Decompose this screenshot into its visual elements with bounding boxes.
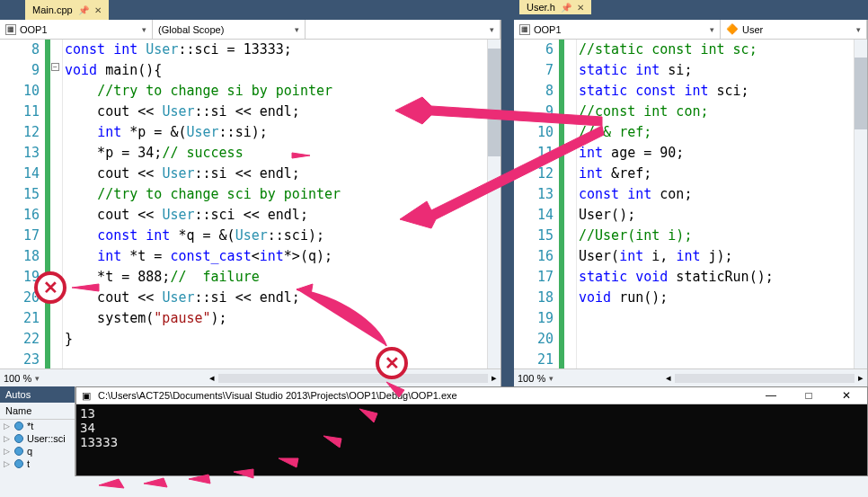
nav-right-icon[interactable]: ▸: [492, 372, 497, 384]
horizontal-scrollbar[interactable]: [675, 374, 855, 383]
line-number: 23: [0, 350, 40, 368]
line-number: 21: [0, 308, 40, 329]
chevron-down-icon: ▾: [35, 374, 40, 383]
variable-icon: [14, 459, 23, 468]
expand-icon[interactable]: ▷: [2, 422, 11, 430]
code-line[interactable]: const int *q = &(User::sci);: [65, 226, 500, 246]
code-line[interactable]: int *p = &(User::si);: [65, 122, 500, 143]
svg-marker-12: [99, 479, 124, 488]
project-dropdown-right[interactable]: ▦ OOP1 ▾: [514, 20, 721, 39]
code-line[interactable]: system("pause");: [65, 308, 500, 329]
code-line[interactable]: //try to change sci by pointer: [65, 184, 500, 205]
code-line[interactable]: static int si;: [579, 60, 867, 81]
scope-label: (Global Scope): [158, 24, 224, 35]
code-line[interactable]: void run();: [579, 288, 867, 308]
nav-left-icon[interactable]: ◂: [666, 372, 671, 384]
variable-name: t: [27, 458, 30, 469]
line-number: 7: [514, 60, 554, 81]
vertical-scrollbar[interactable]: [854, 40, 867, 368]
project-name: OOP1: [534, 24, 562, 35]
project-icon: ▦: [519, 24, 530, 35]
pin-icon[interactable]: 📌: [561, 3, 571, 13]
autos-variable-row[interactable]: ▷User::sci: [0, 432, 75, 445]
autos-variable-row[interactable]: ▷q: [0, 445, 75, 457]
line-number: 22: [0, 329, 40, 350]
code-line[interactable]: //static const int sc;: [579, 40, 867, 60]
code-line[interactable]: static void staticRun();: [579, 267, 867, 288]
code-line[interactable]: }: [65, 329, 500, 350]
code-line[interactable]: const int User::sci = 13333;: [65, 40, 500, 60]
expand-icon[interactable]: ▷: [2, 459, 11, 468]
class-dropdown-right[interactable]: 🔶 User ▾: [721, 20, 867, 39]
close-icon[interactable]: ✕: [94, 5, 102, 15]
line-number: 20: [514, 329, 554, 350]
chevron-down-icon: ▾: [710, 25, 714, 34]
line-number: 15: [514, 226, 554, 246]
pin-icon[interactable]: 📌: [78, 5, 89, 15]
tab-label: Main.cpp: [32, 4, 73, 15]
code-line[interactable]: cout << User::si << endl;: [65, 102, 500, 122]
code-line[interactable]: cout << User::si << endl;: [65, 288, 500, 308]
chevron-down-icon: ▾: [549, 374, 554, 383]
nav-right-icon[interactable]: ▸: [858, 372, 864, 384]
line-number: 17: [0, 226, 40, 246]
code-line[interactable]: static const int sci;: [579, 81, 867, 102]
maximize-button[interactable]: □: [793, 389, 824, 402]
zoom-level[interactable]: 100 %: [4, 373, 31, 384]
line-number: 12: [0, 122, 40, 143]
outline-collapse-icon[interactable]: −: [51, 63, 59, 71]
code-line[interactable]: void main(){: [65, 60, 500, 81]
line-number: 12: [514, 164, 554, 184]
project-dropdown-left[interactable]: ▦ OOP1 ▾: [0, 20, 153, 39]
vertical-scrollbar[interactable]: [487, 40, 500, 368]
autos-variable-row[interactable]: ▷t: [0, 457, 75, 470]
variable-icon: [14, 434, 23, 443]
tab-main-cpp[interactable]: Main.cpp 📌 ✕: [25, 0, 109, 20]
code-line[interactable]: const int con;: [579, 184, 867, 205]
code-line[interactable]: //try to change si by pointer: [65, 81, 500, 102]
line-number: 17: [514, 267, 554, 288]
horizontal-scrollbar[interactable]: [218, 374, 488, 383]
line-number: 11: [0, 102, 40, 122]
svg-marker-11: [144, 478, 167, 487]
scope-dropdown-left[interactable]: (Global Scope) ▾: [153, 20, 306, 39]
code-line[interactable]: cout << User::si << endl;: [65, 164, 500, 184]
autos-variable-row[interactable]: ▷*t: [0, 420, 75, 432]
variable-name: *t: [27, 421, 33, 431]
minimize-button[interactable]: —: [756, 389, 786, 402]
code-line[interactable]: cout << User::sci << endl;: [65, 205, 500, 226]
close-button[interactable]: ✕: [831, 389, 862, 402]
autos-name-header: Name: [0, 403, 75, 420]
variable-icon: [14, 447, 23, 456]
variable-icon: [14, 422, 23, 430]
code-editor-left[interactable]: 891011121314151617181920212223 − const i…: [0, 40, 500, 368]
nav-left-icon[interactable]: ◂: [209, 372, 215, 384]
line-number: 14: [514, 205, 554, 226]
zoom-level[interactable]: 100 %: [518, 373, 545, 384]
code-line[interactable]: // & ref;: [579, 122, 867, 143]
tab-user-h[interactable]: User.h 📌 ✕: [519, 0, 591, 14]
chevron-down-icon: ▾: [490, 25, 494, 34]
line-number: 6: [514, 40, 554, 60]
line-number: 18: [0, 246, 40, 267]
code-line[interactable]: int age = 90;: [579, 143, 867, 164]
code-line[interactable]: //User(int i);: [579, 226, 867, 246]
expand-icon[interactable]: ▷: [2, 434, 11, 443]
expand-icon[interactable]: ▷: [2, 447, 11, 456]
code-line[interactable]: //const int con;: [579, 102, 867, 122]
member-dropdown-left[interactable]: ▾: [306, 20, 500, 39]
code-line[interactable]: int *t = const_cast<int*>(q);: [65, 246, 500, 267]
line-number: 14: [0, 164, 40, 184]
console-title: C:\Users\ACT25\Documents\Visual Studio 2…: [98, 390, 748, 401]
code-editor-right[interactable]: 678910111213141516171819202122 //static …: [514, 40, 867, 368]
code-line[interactable]: int &ref;: [579, 164, 867, 184]
close-icon[interactable]: ✕: [577, 3, 584, 13]
code-line[interactable]: *t = 888;// failure: [65, 267, 500, 288]
code-line[interactable]: *p = 34;// success: [65, 143, 500, 164]
code-line[interactable]: User(int i, int j);: [579, 246, 867, 267]
project-name: OOP1: [20, 24, 48, 35]
console-output: 13 34 13333: [76, 404, 867, 475]
code-line[interactable]: User();: [579, 205, 867, 226]
variable-name: q: [27, 446, 32, 457]
line-number: 15: [0, 184, 40, 205]
